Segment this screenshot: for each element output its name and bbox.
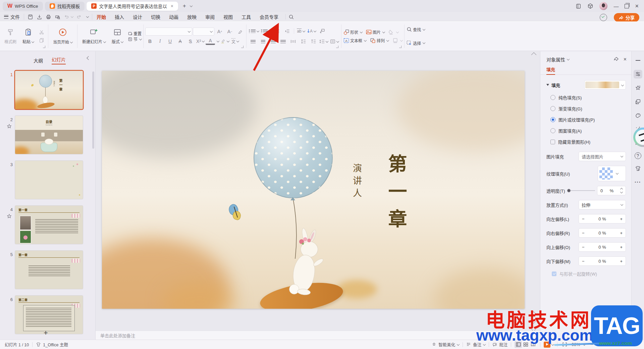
plus-icon[interactable]: + — [620, 216, 623, 221]
menu-item-design[interactable]: 设计 — [128, 13, 147, 20]
save-icon[interactable] — [28, 14, 33, 20]
font-dialog-launcher[interactable] — [241, 46, 244, 48]
effects-button[interactable] — [634, 84, 642, 92]
hide-background-option[interactable]: 隐藏背景图形(H) — [550, 139, 626, 145]
undo-chevron-icon[interactable] — [71, 15, 73, 18]
print-icon[interactable] — [46, 14, 51, 20]
minus-icon[interactable]: − — [582, 259, 585, 264]
tab-wps-office[interactable]: W WPS Office — [3, 2, 43, 11]
fill-preview-dropdown[interactable] — [584, 80, 626, 90]
redo-chevron-icon[interactable] — [86, 15, 89, 18]
slide-canvas[interactable]: 演讲人 第一章 — [102, 71, 525, 309]
panel-tab-fill[interactable]: 填充 — [546, 66, 555, 75]
search-icon[interactable] — [288, 14, 294, 20]
section-button[interactable]: 节 — [127, 36, 142, 42]
plus-icon[interactable]: + — [620, 245, 623, 250]
picture-fill-option[interactable]: 图片或纹理填充(P) — [550, 116, 626, 123]
decrease-indent-button[interactable] — [272, 27, 282, 35]
font-color-chevron-icon[interactable] — [217, 39, 219, 42]
numbering-button[interactable] — [260, 27, 272, 35]
object-properties-button[interactable] — [634, 70, 642, 79]
tab-slides[interactable]: 幻灯片 — [52, 56, 66, 64]
font-name-combo[interactable] — [145, 28, 192, 36]
char-spacing-button[interactable]: ab — [296, 27, 306, 35]
pattern-fill-option[interactable]: 图案填充(A) — [550, 128, 626, 134]
new-tab-button[interactable]: + — [180, 3, 189, 9]
notes-bar[interactable]: 单击此处添加备注 — [96, 331, 540, 340]
justify-button[interactable] — [278, 38, 288, 46]
line-spacing-button[interactable] — [319, 38, 329, 46]
line-spacing-down-button[interactable] — [309, 38, 318, 46]
user-avatar[interactable] — [599, 2, 607, 10]
cloud-sync-icon[interactable] — [600, 14, 607, 21]
design-tools-button[interactable] — [634, 111, 642, 120]
offset-left-stepper[interactable]: − 0 % + — [579, 214, 626, 223]
offset-down-stepper[interactable]: − 0 % + — [579, 256, 626, 266]
menu-item-view[interactable]: 视图 — [219, 13, 237, 20]
spin-down-icon[interactable] — [620, 191, 623, 193]
shadow-button[interactable]: S — [185, 37, 195, 45]
slide-thumbnail-4[interactable]: 第一章 — [15, 206, 83, 244]
slider-thumb[interactable] — [567, 189, 571, 192]
smart-beautify-button[interactable]: 智能美化 — [432, 341, 459, 348]
share-button[interactable]: 分享 — [614, 13, 639, 22]
offset-up-stepper[interactable]: − 0 % + — [579, 242, 626, 252]
minimize-window-icon[interactable]: — — [613, 3, 619, 9]
select-button[interactable]: 选择 — [406, 40, 425, 46]
help-icon[interactable]: ? — [635, 152, 641, 159]
menu-item-slideshow[interactable]: 放映 — [183, 13, 201, 20]
increase-font-button[interactable]: A+ — [215, 28, 224, 36]
print-preview-icon[interactable] — [55, 14, 60, 20]
minus-icon[interactable]: − — [582, 216, 585, 221]
clear-format-button[interactable] — [235, 28, 245, 36]
reset-button[interactable]: 重置 — [127, 31, 142, 36]
insert-dialog-launcher[interactable] — [399, 46, 401, 48]
tab-outline[interactable]: 大纲 — [34, 57, 43, 64]
paste-button[interactable]: 粘贴 — [19, 28, 37, 44]
skin-settings-button[interactable] — [634, 164, 642, 173]
textbox-button[interactable]: A文本框 — [343, 38, 366, 44]
sidebar-scrollbar[interactable] — [92, 71, 94, 149]
slider-track[interactable] — [571, 190, 595, 191]
paragraph-dialog-launcher[interactable] — [336, 46, 338, 48]
add-slide-button[interactable]: + — [44, 329, 48, 337]
arrange-button[interactable]: 排列 — [370, 38, 389, 44]
slide-thumbnail-3[interactable] — [15, 161, 83, 199]
font-color-button[interactable]: A — [206, 38, 215, 45]
copy-button[interactable] — [37, 36, 46, 44]
strikethrough-button[interactable]: A — [175, 37, 185, 45]
placement-select[interactable]: 拉伸 — [579, 200, 626, 209]
tab-close-icon[interactable]: × — [171, 3, 173, 9]
more-tools-icon[interactable]: ··· — [634, 178, 642, 187]
menu-item-animation[interactable]: 动画 — [165, 13, 183, 20]
redo-icon[interactable] — [76, 14, 82, 19]
close-window-icon[interactable]: × — [635, 3, 639, 10]
export-icon[interactable] — [37, 14, 42, 20]
align-left-button[interactable] — [248, 38, 258, 46]
fill-section-triangle-icon[interactable] — [546, 84, 549, 86]
picture-fill-select[interactable]: 请选择图片 — [579, 152, 626, 161]
mobile-view-icon[interactable] — [576, 3, 581, 9]
texture-dropdown[interactable] — [598, 166, 626, 181]
tab-document[interactable]: P 文字是人类用符号记录表达信息以 × — [87, 2, 178, 11]
format-painter-button[interactable]: 格式刷 — [1, 28, 19, 44]
slide-speaker-text[interactable]: 演讲人 — [350, 163, 363, 201]
panel-close-icon[interactable]: × — [624, 56, 627, 62]
shapes-button[interactable]: 形状 — [343, 29, 362, 35]
solid-fill-option[interactable]: 纯色填充(S) — [550, 94, 626, 101]
menu-item-tools[interactable]: 工具 — [237, 13, 255, 20]
collapse-panel-button[interactable] — [634, 56, 642, 65]
menu-item-member[interactable]: 会员专享 — [255, 13, 283, 20]
menu-item-insert[interactable]: 插入 — [110, 13, 128, 20]
decrease-font-button[interactable]: A− — [225, 28, 234, 36]
pin-icon[interactable] — [613, 57, 619, 62]
plus-icon[interactable]: + — [620, 259, 623, 264]
line-spacing-up-button[interactable] — [299, 38, 308, 46]
panel-title-chevron-icon[interactable] — [567, 58, 570, 60]
increase-indent-button[interactable] — [282, 27, 292, 35]
minus-icon[interactable]: − — [582, 245, 585, 250]
paragraph-settings-button[interactable] — [329, 38, 339, 46]
minus-icon[interactable]: − — [582, 231, 585, 236]
align-center-button[interactable] — [258, 38, 268, 46]
tab-docer-template[interactable]: 找稻壳模板 — [45, 2, 85, 11]
